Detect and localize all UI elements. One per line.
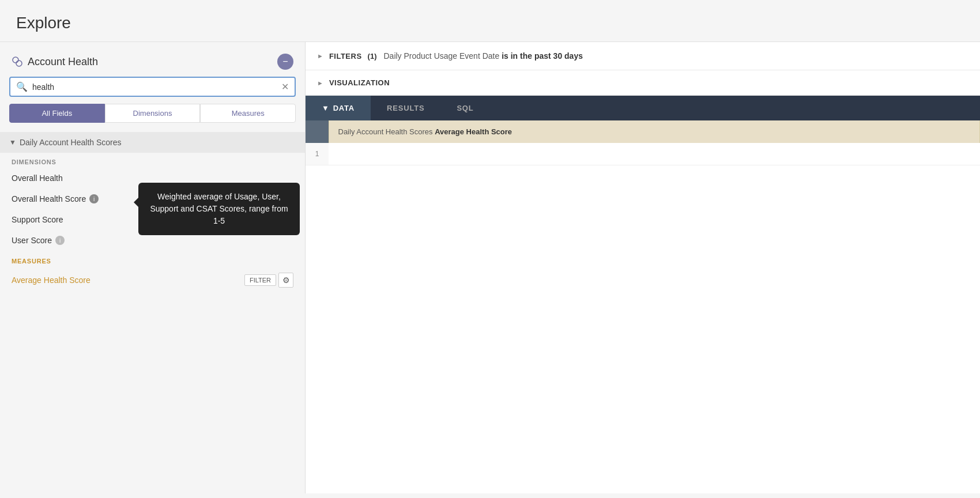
tab-dimensions[interactable]: Dimensions <box>105 104 201 123</box>
search-input[interactable] <box>32 82 277 92</box>
right-panel: ► FILTERS (1) Daily Product Usage Event … <box>306 42 980 493</box>
clear-icon[interactable]: ✕ <box>281 81 289 92</box>
field-overall-health[interactable]: Overall Health <box>0 168 305 188</box>
table-header-row-num <box>306 120 329 143</box>
sql-tab-label: SQL <box>457 104 473 112</box>
chevron-down-icon: ▼ <box>9 138 16 146</box>
search-wrap: 🔍 ✕ <box>0 77 305 104</box>
search-icon: 🔍 <box>16 81 28 92</box>
measures-label: MEASURES <box>0 251 305 267</box>
visualization-label: VISUALIZATION <box>329 78 390 87</box>
section-header[interactable]: ▼ Daily Account Health Scores <box>0 132 305 153</box>
gear-button[interactable]: ⚙ <box>278 273 293 288</box>
sidebar-title-wrap: Account Health <box>12 56 98 68</box>
measure-name-label: Average Health Score <box>12 276 91 285</box>
overall-health-score-label: Overall Health Score <box>12 194 86 203</box>
filter-text-bold: is in the past 30 days <box>502 51 583 61</box>
table-header-score: Daily Account Health Scores Average Heal… <box>329 120 980 143</box>
overall-health-label: Overall Health <box>12 173 63 183</box>
tab-measures[interactable]: Measures <box>200 104 296 123</box>
table-header-bold: Average Health Score <box>435 127 512 136</box>
search-box: 🔍 ✕ <box>9 77 296 97</box>
data-tab-label: DATA <box>333 104 355 112</box>
measure-actions: FILTER ⚙ <box>244 273 293 288</box>
filter-button[interactable]: FILTER <box>244 274 276 286</box>
table-row-value <box>329 143 980 165</box>
table-row: 1 <box>306 143 980 165</box>
vis-chevron-icon: ► <box>317 80 323 86</box>
circles-icon <box>12 56 23 67</box>
vis-expand[interactable]: ► VISUALIZATION <box>317 78 390 87</box>
data-tab-arrow: ▼ <box>322 104 330 112</box>
info-icon-user-score[interactable]: i <box>55 236 65 245</box>
measure-average-health-score[interactable]: Average Health Score FILTER ⚙ <box>0 267 305 293</box>
data-table: Daily Account Health Scores Average Heal… <box>306 120 980 165</box>
tab-sql[interactable]: SQL <box>440 96 489 120</box>
results-tab-label: RESULTS <box>387 104 424 112</box>
svg-point-0 <box>13 57 18 63</box>
dimensions-label: DIMENSIONS <box>0 153 305 168</box>
filter-row: ► FILTERS (1) Daily Product Usage Event … <box>306 42 980 70</box>
table-header-prefix: Daily Account Health Scores <box>338 127 433 136</box>
svg-point-1 <box>16 61 22 66</box>
sidebar-header: Account Health − <box>0 42 305 77</box>
filter-description: Daily Product Usage Event Date is in the… <box>383 51 583 61</box>
right-chevron-icon: ► <box>317 52 323 59</box>
sidebar: Account Health − 🔍 ✕ All Fields Dimensio… <box>0 42 306 493</box>
user-score-label: User Score <box>12 236 52 245</box>
data-tabs-bar: ▼ DATA RESULTS SQL <box>306 96 980 120</box>
sidebar-title: Account Health <box>28 56 98 68</box>
info-icon-overall-health-score[interactable]: i <box>89 194 99 203</box>
tab-results[interactable]: RESULTS <box>371 96 440 120</box>
tab-data[interactable]: ▼ DATA <box>306 96 371 120</box>
filter-text-normal: Daily Product Usage Event Date <box>383 51 499 61</box>
support-score-label: Support Score <box>12 215 63 224</box>
tab-all-fields[interactable]: All Fields <box>9 104 105 123</box>
section-header-label: Daily Account Health Scores <box>20 138 122 147</box>
visualization-row: ► VISUALIZATION <box>306 70 980 96</box>
field-support-score[interactable]: Support Score <box>0 209 305 230</box>
table-area: Daily Account Health Scores Average Heal… <box>306 120 980 493</box>
page-title: Explore <box>0 0 980 42</box>
field-user-score[interactable]: User Score i <box>0 230 305 251</box>
table-row-num: 1 <box>306 143 329 165</box>
filter-tabs: All Fields Dimensions Measures <box>0 104 305 132</box>
filter-count: (1) <box>368 52 377 61</box>
filter-expand[interactable]: ► FILTERS (1) <box>317 52 376 61</box>
filters-label: FILTERS <box>329 52 362 61</box>
remove-model-button[interactable]: − <box>277 54 293 70</box>
field-overall-health-score[interactable]: Overall Health Score i Weighted average … <box>0 188 305 209</box>
